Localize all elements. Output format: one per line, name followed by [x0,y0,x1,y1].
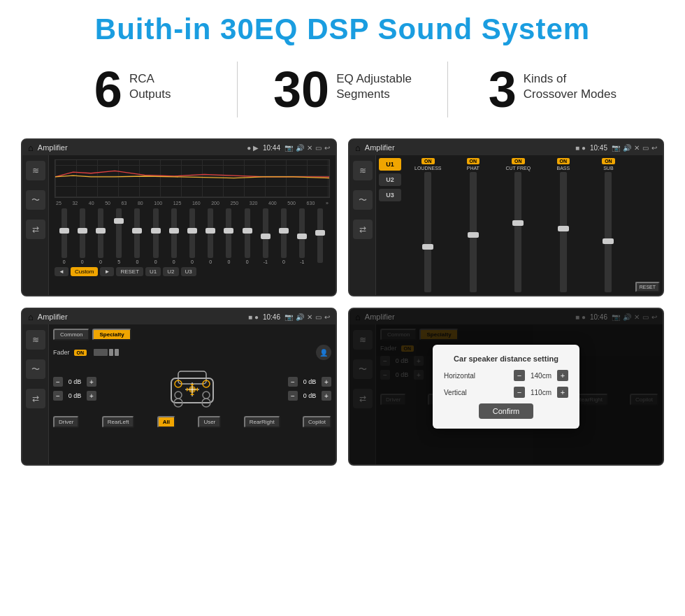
vertical-minus[interactable]: − [514,387,525,398]
close-icon-3: ✕ [307,313,312,321]
eq-u1-btn[interactable]: U1 [145,267,161,276]
fader-minus-tr[interactable]: − [288,377,298,387]
eq-sidebar-btn-3[interactable]: ⇄ [26,220,45,239]
dialog-vertical-row: Vertical − 110cm + [444,387,568,398]
crossover-screen-card: ⌂ Amplifier ■ ● 10:45 📷 🔊 ✕ ▭ ↩ ≋ 〜 ⇄ U1… [348,138,664,296]
eq-label-50: 50 [105,201,110,206]
crossover-sidebar-btn-2[interactable]: 〜 [353,190,373,210]
eq-track-14[interactable] [317,208,323,263]
eq-label-400: 400 [268,201,277,206]
phat-slider[interactable] [470,172,477,292]
eq-track-9[interactable] [226,208,231,258]
home-icon-3[interactable]: ⌂ [28,312,34,322]
stats-row: 6 RCA Outputs 30 EQ Adjustable Segments … [0,55,685,131]
cutfreq-slider[interactable] [514,172,521,292]
fader-text-label: Fader [53,349,70,356]
loudness-on[interactable]: ON [421,158,435,164]
u3-button[interactable]: U3 [379,189,401,201]
eq-track-5[interactable] [153,208,159,258]
fader-val-tr: 0 dB [300,378,319,385]
rear-right-btn[interactable]: RearRight [244,416,280,428]
eq-track-1[interactable] [80,208,85,258]
eq-u3-btn[interactable]: U3 [181,267,196,276]
eq-slider-2: 0 [92,208,108,264]
eq-play-btn[interactable]: ► [100,267,114,276]
eq-slider-6: 0 [166,208,182,264]
eq-track-8[interactable] [208,208,213,258]
horizontal-minus[interactable]: − [514,370,525,381]
fader-minus-bl[interactable]: − [53,391,63,401]
fader-on-badge[interactable]: ON [74,350,87,356]
fader-plus-br[interactable]: + [322,391,331,401]
crossover-reset-btn[interactable]: RESET [635,282,660,292]
copilot-btn[interactable]: Copilot [303,416,331,428]
eq-custom-btn[interactable]: Custom [71,267,99,276]
fader-minus-br[interactable]: − [288,391,298,401]
eq-track-11[interactable] [263,208,268,258]
back-icon-2[interactable]: ↩ [651,144,657,152]
rear-left-btn[interactable]: RearLeft [102,416,135,428]
vertical-ctrl: − 110cm + [514,387,568,398]
sub-slider[interactable] [605,172,612,292]
svg-point-7 [203,392,210,399]
eq-label-63: 63 [122,201,127,206]
eq-label-25: 25 [56,201,62,206]
fader-sidebar-btn-2[interactable]: 〜 [26,359,45,379]
fader-layout: − 0 dB + − 0 dB + [53,364,331,413]
bass-slider[interactable] [560,172,567,292]
eq-track-13[interactable] [299,208,305,258]
eq-track-3[interactable] [116,208,122,258]
eq-sidebar-btn-1[interactable]: ≋ [26,161,45,180]
crossover-right-icons: 📷 🔊 ✕ ▭ ↩ [612,144,657,152]
eq-sidebar-btn-2[interactable]: 〜 [26,190,45,210]
fader-minus-tl[interactable]: − [53,377,63,387]
vertical-plus[interactable]: + [557,387,568,398]
tab-specialty[interactable]: Specialty [92,329,131,341]
eq-reset-btn[interactable]: RESET [116,267,143,276]
u2-button[interactable]: U2 [379,173,401,186]
eq-label-500: 500 [287,201,296,206]
window-icon-3: ▭ [315,313,322,321]
user-btn[interactable]: User [198,416,221,428]
fader-sidebar-btn-3[interactable]: ⇄ [26,389,45,408]
fader-plus-tr[interactable]: + [322,377,331,387]
eq-more-arrow[interactable]: » [326,201,329,206]
eq-label-80: 80 [138,201,143,206]
channel-phat: ON PHAT [452,158,495,292]
eq-slider-14 [312,208,329,264]
crossover-main-panel: U1 U2 U3 ON LOUDNESS ON [376,155,663,295]
u1-button[interactable]: U1 [379,158,401,171]
crossover-sidebar-btn-3[interactable]: ⇄ [353,220,373,239]
confirm-button[interactable]: Confirm [479,403,534,419]
sub-on[interactable]: ON [602,158,615,164]
loudness-slider[interactable] [424,172,431,292]
tab-common[interactable]: Common [53,329,89,341]
cutfreq-on[interactable]: ON [512,158,525,164]
eq-track-4[interactable] [134,208,140,258]
crossover-left-sidebar: ≋ 〜 ⇄ [349,155,376,295]
fader-sidebar-btn-1[interactable]: ≋ [26,330,45,350]
eq-track-2[interactable] [98,208,103,258]
fader-plus-bl[interactable]: + [87,391,96,401]
bass-on[interactable]: ON [557,158,570,164]
cutfreq-label: CUT FREQ [506,166,531,171]
eq-track-0[interactable] [62,208,67,258]
eq-track-12[interactable] [281,208,287,258]
phat-on[interactable]: ON [467,158,480,164]
home-icon-2[interactable]: ⌂ [355,143,361,153]
back-icon-3[interactable]: ↩ [324,313,330,321]
eq-u2-btn[interactable]: U2 [163,267,178,276]
back-icon[interactable]: ↩ [324,144,330,152]
eq-track-6[interactable] [171,208,177,258]
fader-plus-tl[interactable]: + [87,377,96,387]
all-btn[interactable]: All [157,416,175,428]
eq-track-7[interactable] [189,208,195,258]
eq-track-10[interactable] [245,208,250,258]
driver-btn[interactable]: Driver [53,416,79,428]
eq-prev-btn[interactable]: ◄ [55,267,68,276]
stat-divider-2 [447,62,448,117]
fader-settings-icon[interactable]: 👤 [316,345,331,360]
crossover-sidebar-btn-1[interactable]: ≋ [353,161,373,180]
horizontal-plus[interactable]: + [557,370,568,381]
home-icon[interactable]: ⌂ [28,143,34,153]
